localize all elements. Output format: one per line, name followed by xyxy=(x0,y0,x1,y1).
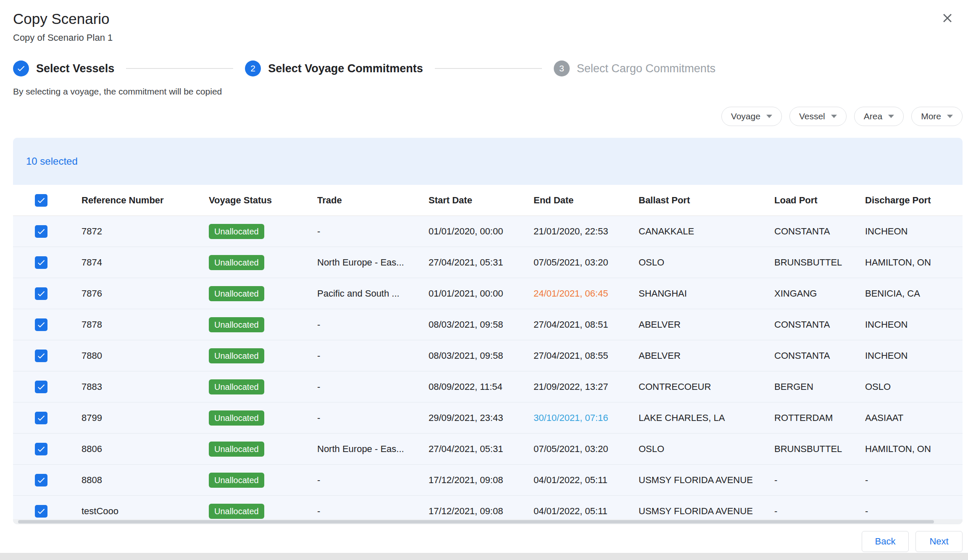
start-date-cell: 17/12/2021, 09:08 xyxy=(429,475,534,486)
select-all-checkbox[interactable] xyxy=(35,194,47,207)
end-date-cell: 27/04/2021, 08:51 xyxy=(534,319,639,330)
trade-cell: - xyxy=(317,413,429,423)
status-badge: Unallocated xyxy=(209,473,264,488)
selection-bar: 10 selected xyxy=(13,138,963,185)
voyage-status-cell: Unallocated xyxy=(209,442,317,457)
row-checkbox-cell xyxy=(13,474,82,486)
start-date-cell: 08/03/2021, 09:58 xyxy=(429,319,534,330)
chevron-down-icon xyxy=(831,115,837,118)
trade-cell: - xyxy=(317,319,429,330)
table-row: 8799 Unallocated - 29/09/2021, 23:43 30/… xyxy=(13,402,963,434)
reference-number-cell: 7876 xyxy=(82,288,209,299)
step-select-vessels[interactable]: Select Vessels xyxy=(13,60,114,76)
trade-cell: North Europe - Eas... xyxy=(317,444,429,455)
back-button[interactable]: Back xyxy=(862,531,909,552)
trade-cell: - xyxy=(317,350,429,361)
start-date-cell: 08/03/2021, 09:58 xyxy=(429,350,534,361)
horizontal-scrollbar[interactable] xyxy=(13,519,963,524)
table-row: 7876 Unallocated Pacific and South ... 0… xyxy=(13,278,963,309)
start-date-cell: 27/04/2021, 05:31 xyxy=(429,444,534,455)
load-port-cell: BRUNSBUTTEL xyxy=(774,444,865,455)
area-filter-button[interactable]: Area xyxy=(854,107,904,126)
ballast-port-cell: CONTRECOEUR xyxy=(639,381,774,392)
discharge-port-cell: INCHEON xyxy=(865,350,963,361)
end-date-cell: 21/01/2020, 22:53 xyxy=(534,226,639,237)
voyage-status-cell: Unallocated xyxy=(209,224,317,239)
discharge-port-cell: INCHEON xyxy=(865,226,963,237)
status-badge: Unallocated xyxy=(209,286,264,301)
check-icon xyxy=(37,196,46,205)
table-row: 7872 Unallocated - 01/01/2020, 00:00 21/… xyxy=(13,216,963,247)
check-icon xyxy=(37,413,46,423)
check-icon xyxy=(16,64,26,73)
row-checkbox[interactable] xyxy=(35,412,47,424)
reference-number-cell: 7874 xyxy=(82,257,209,268)
discharge-port-cell: HAMILTON, ON xyxy=(865,257,963,268)
close-icon xyxy=(940,11,955,25)
check-icon xyxy=(37,258,46,267)
reference-number-cell: 8799 xyxy=(82,413,209,423)
reference-number-cell: 8806 xyxy=(82,444,209,455)
next-button[interactable]: Next xyxy=(915,531,963,552)
voyage-filter-button[interactable]: Voyage xyxy=(721,107,782,126)
row-checkbox[interactable] xyxy=(35,287,47,300)
row-checkbox[interactable] xyxy=(35,225,47,238)
row-checkbox[interactable] xyxy=(35,505,47,518)
end-date-cell: 24/01/2021, 06:45 xyxy=(534,288,639,299)
table-row: 7878 Unallocated - 08/03/2021, 09:58 27/… xyxy=(13,309,963,340)
reference-number-cell: 7872 xyxy=(82,226,209,237)
more-filter-label: More xyxy=(921,111,941,121)
step-select-voyage-commitments[interactable]: 2 Select Voyage Commitments xyxy=(245,60,423,76)
status-badge: Unallocated xyxy=(209,224,264,239)
chevron-down-icon xyxy=(888,115,894,118)
row-checkbox[interactable] xyxy=(35,443,47,455)
voyage-status-cell: Unallocated xyxy=(209,317,317,332)
column-header-start-date: Start Date xyxy=(429,195,534,206)
ballast-port-cell: USMSY FLORIDA AVENUE xyxy=(639,506,774,517)
stepper: Select Vessels 2 Select Voyage Commitmen… xyxy=(13,60,955,76)
more-filter-button[interactable]: More xyxy=(911,107,963,126)
reference-number-cell: 7880 xyxy=(82,350,209,361)
trade-cell: - xyxy=(317,475,429,486)
discharge-port-cell: AASIAAT xyxy=(865,413,963,423)
row-checkbox[interactable] xyxy=(35,256,47,269)
dialog-footer: Back Next xyxy=(0,531,963,552)
row-checkbox[interactable] xyxy=(35,381,47,393)
status-badge: Unallocated xyxy=(209,410,264,426)
page-background-strip xyxy=(0,553,968,560)
load-port-cell: CONSTANTA xyxy=(774,319,865,330)
copy-scenario-dialog: Copy Scenario Copy of Scenario Plan 1 Se… xyxy=(0,0,968,552)
check-icon xyxy=(37,351,46,360)
status-badge: Unallocated xyxy=(209,348,264,363)
row-checkbox[interactable] xyxy=(35,350,47,362)
voyage-status-cell: Unallocated xyxy=(209,410,317,426)
end-date-cell: 21/09/2022, 13:27 xyxy=(534,381,639,392)
row-checkbox[interactable] xyxy=(35,318,47,331)
scrollbar-thumb[interactable] xyxy=(18,520,934,523)
discharge-port-cell: INCHEON xyxy=(865,319,963,330)
row-checkbox-cell xyxy=(13,412,82,424)
check-icon xyxy=(37,507,46,516)
voyage-commitments-table: 10 selected Reference Number Voyage Stat… xyxy=(13,138,963,524)
row-checkbox-cell xyxy=(13,443,82,455)
table-rows: 7872 Unallocated - 01/01/2020, 00:00 21/… xyxy=(13,216,963,524)
column-header-load-port: Load Port xyxy=(774,195,865,206)
row-checkbox[interactable] xyxy=(35,474,47,486)
load-port-cell: ROTTERDAM xyxy=(774,413,865,423)
ballast-port-cell: SHANGHAI xyxy=(639,288,774,299)
step-connector xyxy=(126,68,233,69)
row-checkbox-cell xyxy=(13,381,82,393)
ballast-port-cell: OSLO xyxy=(639,257,774,268)
voyage-status-cell: Unallocated xyxy=(209,473,317,488)
table-row: 7880 Unallocated - 08/03/2021, 09:58 27/… xyxy=(13,340,963,371)
step-select-cargo-commitments[interactable]: 3 Select Cargo Commitments xyxy=(554,60,715,76)
vessel-filter-button[interactable]: Vessel xyxy=(789,107,847,126)
stepper-caption: By selecting a voyage, the commitment wi… xyxy=(13,87,955,97)
trade-cell: North Europe - Eas... xyxy=(317,257,429,268)
ballast-port-cell: CANAKKALE xyxy=(639,226,774,237)
row-checkbox-cell xyxy=(13,225,82,238)
close-button[interactable] xyxy=(938,8,957,29)
step-3-indicator: 3 xyxy=(554,60,570,76)
trade-cell: - xyxy=(317,506,429,517)
ballast-port-cell: USMSY FLORIDA AVENUE xyxy=(639,475,774,486)
